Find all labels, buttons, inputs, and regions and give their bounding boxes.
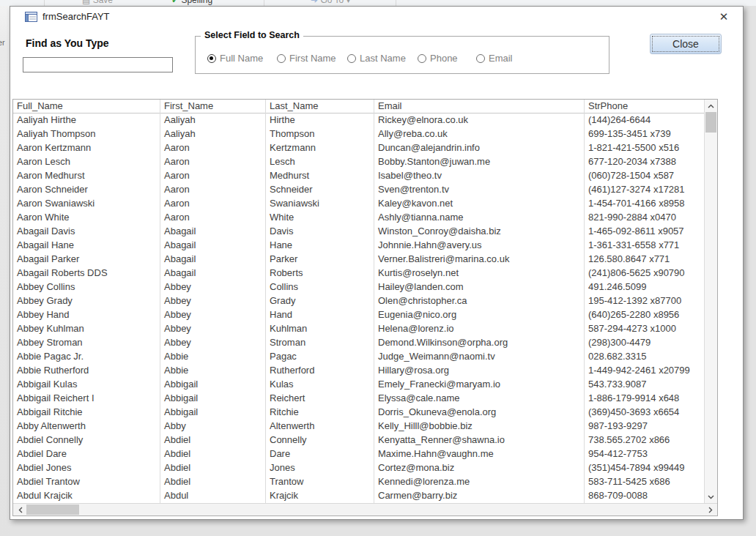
scroll-up-button[interactable]: [705, 100, 717, 112]
table-cell[interactable]: Kurtis@roselyn.net: [374, 267, 585, 280]
table-row[interactable]: Abbigail KulasAbbigailKulasEmely_Franeck…: [13, 378, 705, 392]
table-cell[interactable]: Hand: [266, 308, 374, 322]
table-cell[interactable]: 1-361-331-6558 x771: [585, 239, 705, 253]
radio-option-last-name[interactable]: Last Name: [347, 53, 406, 64]
table-row[interactable]: Abbie RutherfordAbbieRutherfordHillary@r…: [13, 364, 705, 378]
table-cell[interactable]: 583-711-5425 x686: [585, 475, 705, 489]
table-cell[interactable]: Abbey: [160, 336, 266, 350]
table-cell[interactable]: Abagail Hane: [13, 239, 160, 253]
table-cell[interactable]: Duncan@alejandrin.info: [374, 141, 585, 155]
table-cell[interactable]: Swaniawski: [266, 197, 374, 211]
table-cell[interactable]: Isabel@theo.tv: [374, 169, 585, 183]
table-cell[interactable]: 1-821-421-5500 x516: [585, 141, 705, 155]
radio-circle-icon[interactable]: [476, 54, 485, 63]
table-row[interactable]: Aaron LeschAaronLeschBobby.Stanton@juwan…: [13, 155, 705, 169]
table-cell[interactable]: Judge_Weimann@naomi.tv: [374, 350, 585, 364]
table-cell[interactable]: Aaron: [160, 183, 266, 197]
table-cell[interactable]: Rickey@elnora.co.uk: [374, 113, 585, 127]
table-cell[interactable]: Aaliyah: [160, 127, 266, 141]
table-cell[interactable]: Abdul: [160, 489, 266, 503]
radio-option-first-name[interactable]: First Name: [277, 53, 336, 64]
table-cell[interactable]: Aaron: [160, 197, 266, 211]
table-row[interactable]: Abbey HandAbbeyHandEugenia@nico.org(640)…: [13, 308, 705, 322]
radio-option-email[interactable]: Email: [476, 53, 513, 64]
table-cell[interactable]: Verner.Balistreri@marina.co.uk: [374, 253, 585, 267]
table-cell[interactable]: Abdiel Dare: [13, 447, 160, 461]
table-cell[interactable]: Abbigail Reichert I: [13, 392, 160, 406]
close-icon[interactable]: ✕: [716, 10, 731, 24]
table-cell[interactable]: Abdiel Jones: [13, 461, 160, 475]
table-cell[interactable]: 587-294-4273 x1000: [585, 322, 705, 336]
radio-option-phone[interactable]: Phone: [418, 53, 458, 64]
table-cell[interactable]: Abbie Pagac Jr.: [13, 350, 160, 364]
table-cell[interactable]: Hillary@rosa.org: [374, 364, 585, 378]
table-row[interactable]: Abagail DavisAbagailDavisWinston_Conroy@…: [13, 225, 705, 239]
table-cell[interactable]: Kennedi@lorenza.me: [374, 475, 585, 489]
table-cell[interactable]: 1-886-179-9914 x648: [585, 392, 705, 406]
table-cell[interactable]: Helena@lorenz.io: [374, 322, 585, 336]
table-cell[interactable]: Abbigail: [160, 406, 266, 420]
table-cell[interactable]: Abbey Hand: [13, 308, 160, 322]
table-cell[interactable]: 126.580.8647 x771: [585, 253, 705, 267]
table-cell[interactable]: Roberts: [266, 267, 374, 280]
table-row[interactable]: Abagail HaneAbagailHaneJohnnie.Hahn@aver…: [13, 239, 705, 253]
table-cell[interactable]: Carmen@barry.biz: [374, 489, 585, 503]
table-row[interactable]: Abbie Pagac Jr.AbbiePagacJudge_Weimann@n…: [13, 350, 705, 364]
table-cell[interactable]: Hane: [266, 239, 374, 253]
table-cell[interactable]: Abby Altenwerth: [13, 420, 160, 433]
ribbon-goto-button[interactable]: ➜ Go To ▾: [311, 0, 351, 5]
table-cell[interactable]: Stroman: [266, 336, 374, 350]
table-cell[interactable]: Jones: [266, 461, 374, 475]
table-cell[interactable]: Abbigail Kulas: [13, 378, 160, 392]
table-cell[interactable]: (241)806-5625 x90790: [585, 267, 705, 280]
table-row[interactable]: Abbey StromanAbbeyStromanDemond.Wilkinso…: [13, 336, 705, 350]
table-cell[interactable]: Abagail: [160, 253, 266, 267]
table-cell[interactable]: 677-120-2034 x7388: [585, 155, 705, 169]
table-cell[interactable]: Trantow: [266, 475, 374, 489]
table-cell[interactable]: Abbigail Ritchie: [13, 406, 160, 420]
table-cell[interactable]: Abbey: [160, 308, 266, 322]
table-cell[interactable]: Maxime.Hahn@vaughn.me: [374, 447, 585, 461]
table-cell[interactable]: Abbie: [160, 350, 266, 364]
table-row[interactable]: Aaron KertzmannAaronKertzmannDuncan@alej…: [13, 141, 705, 155]
table-cell[interactable]: Abdiel Trantow: [13, 475, 160, 489]
horizontal-scrollbar-thumb[interactable]: [26, 505, 79, 515]
table-cell[interactable]: 195-412-1392 x87700: [585, 294, 705, 308]
table-cell[interactable]: Abbie Rutherford: [13, 364, 160, 378]
table-cell[interactable]: Elyssa@cale.name: [374, 392, 585, 406]
table-cell[interactable]: 1-465-092-8611 x9057: [585, 225, 705, 239]
table-cell[interactable]: Abbigail: [160, 392, 266, 406]
table-cell[interactable]: Abdiel: [160, 461, 266, 475]
table-cell[interactable]: Aaron Lesch: [13, 155, 160, 169]
table-cell[interactable]: Abbigail: [160, 378, 266, 392]
table-cell[interactable]: Kenyatta_Renner@shawna.io: [374, 433, 585, 447]
table-cell[interactable]: 699-135-3451 x739: [585, 127, 705, 141]
table-cell[interactable]: (298)300-4479: [585, 336, 705, 350]
table-cell[interactable]: Abagail Parker: [13, 253, 160, 267]
table-row[interactable]: Abdiel ConnellyAbdielConnellyKenyatta_Re…: [13, 433, 705, 447]
table-cell[interactable]: (461)127-3274 x17281: [585, 183, 705, 197]
table-cell[interactable]: Abdul Krajcik: [13, 489, 160, 503]
scroll-down-button[interactable]: [705, 491, 717, 503]
table-cell[interactable]: Abagail Davis: [13, 225, 160, 239]
horizontal-scrollbar[interactable]: [13, 503, 717, 515]
search-input[interactable]: [23, 57, 173, 72]
table-cell[interactable]: Abdiel: [160, 475, 266, 489]
table-cell[interactable]: Pagac: [266, 350, 374, 364]
table-cell[interactable]: Ashly@tianna.name: [374, 211, 585, 225]
table-cell[interactable]: Abagail Roberts DDS: [13, 267, 160, 280]
table-cell[interactable]: 543.733.9087: [585, 378, 705, 392]
vertical-scrollbar[interactable]: [705, 100, 717, 503]
table-row[interactable]: Abdul KrajcikAbdulKrajcikCarmen@barry.bi…: [13, 489, 705, 503]
scroll-right-button[interactable]: [704, 504, 716, 515]
radio-option-full-name[interactable]: Full Name: [207, 53, 263, 64]
table-cell[interactable]: Abdiel Connelly: [13, 433, 160, 447]
table-row[interactable]: Aaron MedhurstAaronMedhurstIsabel@theo.t…: [13, 169, 705, 183]
vertical-scrollbar-thumb[interactable]: [705, 112, 716, 133]
table-cell[interactable]: Cortez@mona.biz: [374, 461, 585, 475]
table-cell[interactable]: Aaron Medhurst: [13, 169, 160, 183]
radio-circle-icon[interactable]: [347, 54, 356, 63]
table-cell[interactable]: Parker: [266, 253, 374, 267]
table-row[interactable]: Abdiel DareAbdielDareMaxime.Hahn@vaughn.…: [13, 447, 705, 461]
ribbon-save-button[interactable]: ▤ Save: [82, 0, 113, 5]
